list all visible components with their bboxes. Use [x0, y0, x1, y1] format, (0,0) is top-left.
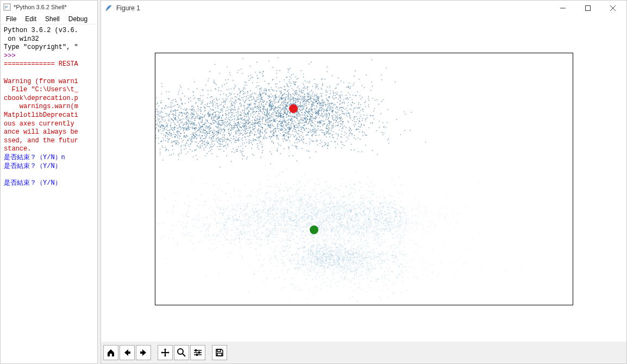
- svg-point-3648: [249, 118, 250, 119]
- forward-button[interactable]: [136, 345, 151, 360]
- svg-point-232: [321, 87, 322, 89]
- svg-point-2243: [300, 70, 302, 71]
- menu-shell[interactable]: Shell: [41, 14, 64, 24]
- svg-point-7575: [425, 206, 426, 207]
- svg-point-3290: [322, 102, 323, 103]
- svg-point-6007: [264, 259, 265, 260]
- idle-shell-content[interactable]: Python 3.6.2 (v3.6. on win32Type "copyri…: [1, 24, 97, 363]
- svg-point-3966: [289, 245, 290, 246]
- pan-button[interactable]: [158, 345, 173, 360]
- svg-point-3355: [311, 61, 312, 62]
- svg-point-4683: [411, 239, 412, 240]
- svg-point-5727: [295, 210, 296, 211]
- svg-point-2387: [229, 95, 230, 96]
- svg-point-4437: [369, 207, 371, 208]
- svg-point-6043: [344, 213, 345, 214]
- svg-point-2525: [202, 99, 203, 101]
- svg-point-103: [204, 127, 205, 128]
- svg-point-395: [265, 118, 266, 119]
- svg-point-2891: [340, 118, 341, 119]
- svg-point-7248: [235, 237, 236, 239]
- svg-point-7154: [160, 237, 161, 239]
- svg-point-5208: [264, 212, 265, 213]
- svg-point-3211: [368, 98, 369, 99]
- svg-point-1662: [215, 138, 216, 139]
- svg-point-3492: [307, 116, 308, 117]
- close-button[interactable]: [600, 1, 625, 16]
- svg-point-7421: [322, 212, 323, 214]
- svg-point-6470: [311, 235, 312, 236]
- svg-point-7051: [375, 205, 376, 206]
- svg-point-6874: [310, 248, 311, 249]
- svg-point-6142: [334, 255, 335, 256]
- svg-point-2551: [302, 117, 303, 118]
- menu-file[interactable]: File: [2, 14, 21, 24]
- svg-point-2482: [326, 115, 327, 116]
- svg-point-2014: [300, 117, 301, 118]
- svg-point-1629: [255, 121, 256, 122]
- svg-point-1041: [189, 146, 190, 147]
- svg-point-3357: [248, 135, 249, 136]
- svg-point-5828: [353, 257, 354, 258]
- svg-point-7519: [336, 218, 337, 219]
- svg-point-2646: [223, 140, 224, 141]
- svg-point-3426: [225, 98, 227, 99]
- home-button[interactable]: [103, 345, 118, 360]
- svg-point-805: [192, 137, 193, 138]
- svg-point-6429: [369, 271, 371, 272]
- svg-point-5094: [398, 241, 399, 242]
- svg-point-1966: [168, 106, 169, 108]
- svg-point-1336: [300, 97, 302, 98]
- svg-point-6209: [354, 256, 355, 258]
- back-button[interactable]: [120, 345, 135, 360]
- menu-debug[interactable]: Debug: [64, 14, 92, 24]
- svg-point-6821: [362, 278, 363, 279]
- svg-point-3557: [319, 123, 320, 124]
- svg-point-4424: [304, 216, 305, 217]
- svg-point-2606: [212, 100, 213, 101]
- svg-point-6443: [386, 229, 387, 230]
- svg-point-5795: [346, 215, 347, 216]
- configure-button[interactable]: [190, 345, 205, 360]
- maximize-button[interactable]: [575, 1, 600, 16]
- svg-point-1764: [266, 90, 267, 91]
- svg-point-1574: [276, 137, 277, 139]
- svg-point-5509: [379, 259, 380, 260]
- svg-point-1282: [199, 128, 200, 129]
- svg-point-6988: [346, 219, 347, 221]
- minimize-button[interactable]: [550, 1, 575, 16]
- svg-point-529: [236, 114, 237, 115]
- svg-point-4976: [302, 235, 303, 236]
- svg-point-5738: [322, 205, 323, 206]
- svg-point-6372: [345, 250, 346, 251]
- svg-point-4014: [292, 222, 293, 223]
- svg-point-4209: [318, 209, 319, 210]
- zoom-button[interactable]: [174, 345, 189, 360]
- svg-point-2380: [261, 146, 262, 147]
- svg-point-2959: [220, 109, 221, 110]
- svg-line-7680: [183, 354, 185, 356]
- svg-point-6757: [410, 260, 411, 261]
- svg-point-4966: [310, 267, 311, 268]
- svg-point-259: [256, 97, 257, 98]
- svg-point-5307: [456, 219, 457, 220]
- svg-point-1946: [298, 106, 299, 108]
- svg-point-2869: [297, 113, 298, 114]
- svg-point-4608: [248, 239, 249, 240]
- svg-point-618: [300, 91, 302, 92]
- svg-point-2222: [167, 141, 168, 142]
- svg-point-7084: [330, 209, 331, 210]
- svg-point-4135: [290, 202, 291, 203]
- svg-point-3527: [236, 130, 237, 131]
- svg-point-6869: [315, 222, 316, 223]
- svg-point-852: [250, 113, 251, 114]
- save-button[interactable]: [212, 345, 227, 360]
- svg-point-4095: [374, 252, 375, 253]
- svg-point-7170: [373, 258, 374, 259]
- svg-point-6177: [376, 256, 377, 258]
- svg-point-1549: [275, 113, 276, 114]
- svg-point-6316: [271, 209, 272, 210]
- menu-edit[interactable]: Edit: [21, 14, 41, 24]
- svg-point-4636: [366, 184, 367, 185]
- svg-point-6894: [299, 201, 300, 202]
